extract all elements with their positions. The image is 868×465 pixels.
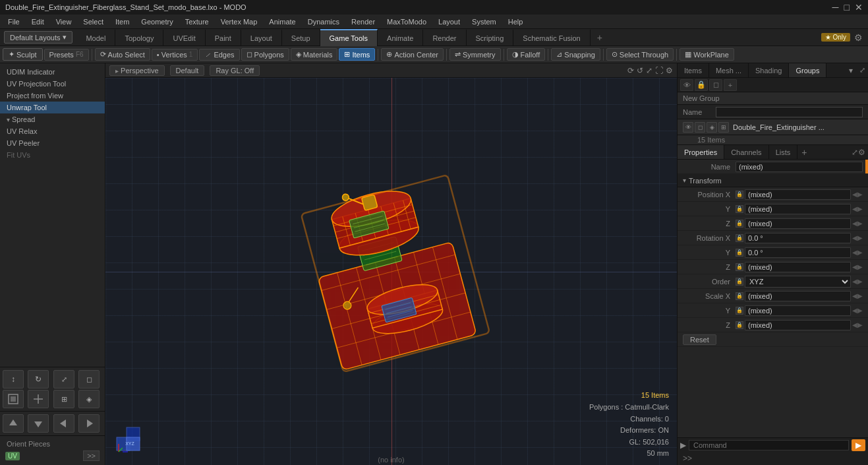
- props-tab-add-btn[interactable]: +: [797, 147, 811, 158]
- prop-rotation-x-input[interactable]: [745, 233, 851, 243]
- prop-order-arrow-icon[interactable]: ◀▶: [852, 278, 863, 285]
- uv-projection-item[interactable]: UV Projection Tool: [0, 78, 105, 90]
- prop-rot-arrow-icon[interactable]: ◀▶: [852, 234, 863, 241]
- prop-rotation-y-input[interactable]: [745, 247, 851, 258]
- workplane-btn[interactable]: ▦ WorkPlane: [680, 48, 734, 61]
- transform-collapse-icon[interactable]: ▾: [683, 177, 686, 184]
- item-eye-icon[interactable]: 👁: [683, 122, 693, 133]
- default-layout-btn[interactable]: Default Layouts ▾: [4, 31, 72, 44]
- props-tab-channels[interactable]: Channels: [724, 145, 768, 159]
- menu-select[interactable]: Select: [78, 16, 109, 27]
- snapping-btn[interactable]: ⊿ Snapping: [551, 48, 600, 61]
- tool-icon-7[interactable]: ⊞: [53, 390, 74, 408]
- menu-layout[interactable]: Layout: [433, 16, 465, 27]
- materials-btn[interactable]: ◈ Materials: [291, 48, 338, 61]
- tool-icon-6[interactable]: [28, 390, 49, 408]
- tab-setup[interactable]: Setup: [282, 29, 320, 46]
- nav-cube[interactable]: XYZ: [113, 424, 146, 457]
- sculpt-btn[interactable]: ✦ Sculpt: [3, 48, 43, 61]
- presets-btn[interactable]: Presets F6: [44, 49, 89, 61]
- polygons-btn[interactable]: ◻ Polygons: [241, 48, 289, 61]
- viewport-maximize-icon[interactable]: ⛶: [655, 66, 663, 75]
- prop-lock-icon[interactable]: 🔒: [736, 191, 743, 199]
- perspective-label[interactable]: ▸ Perspective: [109, 65, 165, 76]
- prop-order-select[interactable]: XYZ XZY YXZ YZX ZXY ZYX: [745, 276, 851, 288]
- item-type-icon[interactable]: ⊞: [718, 122, 729, 133]
- reset-btn[interactable]: Reset: [683, 334, 716, 345]
- prop-rotz-arrow-icon[interactable]: ◀▶: [852, 263, 863, 270]
- project-from-view-item[interactable]: Project from View: [0, 90, 105, 102]
- tab-animate[interactable]: Animate: [378, 29, 423, 46]
- prop-arrow-y-icon[interactable]: ◀▶: [852, 205, 863, 212]
- prop-rotation-z-input[interactable]: [745, 262, 851, 272]
- prop-scaley-lock-icon[interactable]: 🔒: [736, 307, 743, 315]
- right-panel-maximize-btn[interactable]: ⤢: [857, 63, 868, 77]
- arrow-right-btn[interactable]: [78, 414, 100, 433]
- tool-icon-1[interactable]: ↕: [3, 370, 24, 388]
- menu-texture[interactable]: Texture: [180, 16, 214, 27]
- spread-item[interactable]: ▾ Spread: [0, 113, 105, 125]
- groups-name-input[interactable]: [716, 107, 863, 117]
- groups-render-icon[interactable]: ◻: [709, 79, 722, 91]
- menu-render[interactable]: Render: [346, 16, 380, 27]
- vertices-btn[interactable]: • Vertices 1: [152, 49, 198, 61]
- prop-scalex-arrow-icon[interactable]: ◀▶: [852, 292, 863, 299]
- tool-icon-8[interactable]: ◈: [78, 390, 100, 408]
- item-camera-icon[interactable]: ◻: [695, 122, 705, 133]
- tab-topology[interactable]: Topology: [115, 29, 163, 46]
- tab-scripting[interactable]: Scripting: [467, 29, 514, 46]
- items-btn[interactable]: ⊞ Items: [339, 48, 375, 61]
- rtab-groups[interactable]: Groups: [789, 63, 826, 77]
- maximize-btn[interactable]: □: [844, 2, 850, 13]
- prop-scalez-arrow-icon[interactable]: ◀▶: [852, 321, 863, 328]
- viewport-canvas[interactable]: 15 Items Polygons : Catmull-Clark Channe…: [105, 78, 677, 465]
- tab-schematic[interactable]: Schematic Fusion: [513, 29, 590, 46]
- menu-vertexmap[interactable]: Vertex Map: [216, 16, 263, 27]
- add-tab-btn[interactable]: +: [591, 29, 609, 46]
- expand-panel-btn[interactable]: >>: [83, 450, 100, 461]
- viewport-fit-icon[interactable]: ⤢: [646, 66, 652, 75]
- menu-system[interactable]: System: [467, 16, 502, 27]
- tab-gametools[interactable]: Game Tools: [320, 29, 378, 46]
- tool-icon-4[interactable]: ◻: [78, 370, 100, 388]
- props-tab-lists[interactable]: Lists: [769, 145, 798, 159]
- tool-icon-5[interactable]: [3, 390, 24, 408]
- command-input[interactable]: [689, 440, 849, 450]
- prop-rotz-lock-icon[interactable]: 🔒: [736, 263, 743, 271]
- minimize-btn[interactable]: ─: [832, 2, 839, 13]
- menu-view[interactable]: View: [51, 16, 77, 27]
- menu-animate[interactable]: Animate: [264, 16, 301, 27]
- auto-select-btn[interactable]: ⟳ Auto Select: [95, 48, 150, 61]
- falloff-btn[interactable]: ◑ Falloff: [507, 48, 546, 61]
- unwrap-tool-item[interactable]: Unwrap Tool: [0, 102, 105, 113]
- props-tab-properties[interactable]: Properties: [678, 145, 724, 159]
- settings-icon[interactable]: ⚙: [854, 32, 863, 43]
- prop-arrow-icon[interactable]: ◀▶: [852, 191, 863, 198]
- groups-add-icon[interactable]: +: [724, 79, 737, 91]
- prop-order-lock-icon[interactable]: 🔒: [736, 278, 743, 286]
- props-panel-expand-btn[interactable]: ⤢ ⚙: [849, 148, 868, 157]
- tab-uvedit[interactable]: UVEdit: [163, 29, 205, 46]
- menu-edit[interactable]: Edit: [26, 16, 49, 27]
- viewport-preset-btn[interactable]: Default: [170, 65, 205, 76]
- tab-render[interactable]: Render: [423, 29, 466, 46]
- viewport-raygl-btn[interactable]: Ray GL: Off: [210, 65, 260, 76]
- scroll-right-btn[interactable]: >>: [680, 454, 695, 463]
- prop-position-z-input[interactable]: [745, 218, 851, 229]
- prop-scale-x-input[interactable]: [745, 291, 851, 301]
- prop-arrow-z-icon[interactable]: ◀▶: [852, 220, 863, 227]
- titlebar-controls[interactable]: ─ □ ✕: [832, 2, 863, 13]
- menu-item[interactable]: Item: [110, 16, 134, 27]
- arrow-up-btn[interactable]: [3, 414, 24, 433]
- rtab-items[interactable]: Items: [678, 63, 709, 77]
- menu-help[interactable]: Help: [503, 16, 529, 27]
- menu-file[interactable]: File: [3, 16, 25, 27]
- prop-position-y-input[interactable]: [745, 204, 851, 214]
- prop-roty-arrow-icon[interactable]: ◀▶: [852, 249, 863, 256]
- viewport-reset-icon[interactable]: ↺: [637, 66, 643, 75]
- menu-dynamics[interactable]: Dynamics: [303, 16, 345, 27]
- select-through-btn[interactable]: ⊙ Select Through: [606, 48, 674, 61]
- tool-icon-3[interactable]: ⤢: [53, 370, 74, 388]
- tab-model[interactable]: Model: [76, 29, 115, 46]
- viewport-orbit-icon[interactable]: ⟳: [627, 66, 634, 75]
